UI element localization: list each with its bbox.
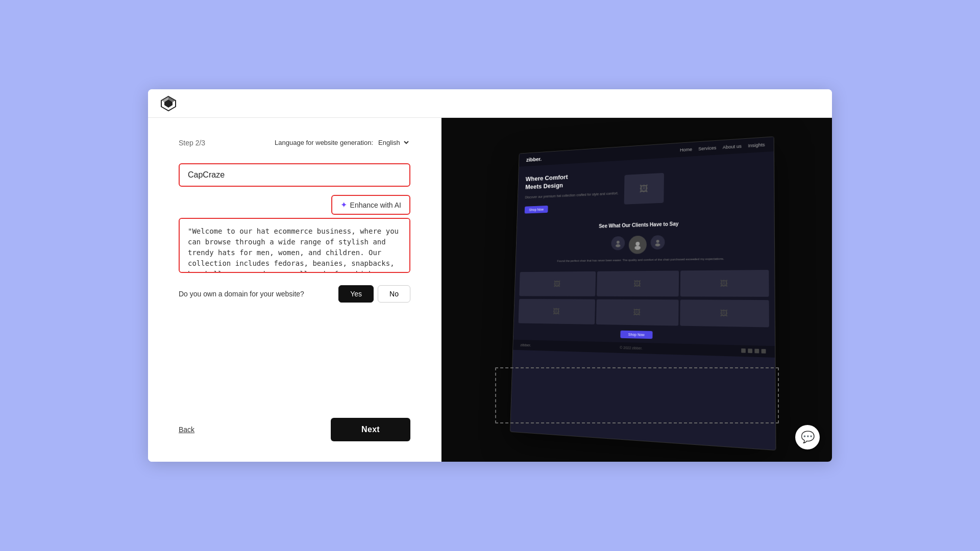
svg-point-6 [615, 244, 620, 247]
domain-buttons: Yes No [338, 285, 410, 303]
footer-social-icon-3 [754, 349, 759, 354]
back-button[interactable]: Back [179, 425, 194, 434]
description-textarea[interactable]: "Welcome to our hat ecommerce business, … [179, 218, 410, 273]
preview-hero-desc: Discover our premium hat collection craf… [525, 191, 618, 199]
preview-footer-copy: © 2022 zibber. [620, 345, 643, 349]
footer-social-icon-4 [761, 349, 766, 354]
language-label: Language for website generation: [275, 139, 373, 146]
enhance-btn-label: Enhance with AI [350, 201, 401, 209]
domain-no-button[interactable]: No [378, 285, 410, 303]
grid-image-icon-1: 🖼 [553, 280, 560, 287]
preview-testimonial-text: Found the perfect chair that has never b… [523, 256, 765, 263]
nav-link-home: Home [679, 147, 692, 153]
business-name-input[interactable] [179, 163, 410, 187]
grid-item-2: 🖼 [597, 270, 679, 296]
preview-hero-title: Where ComfortMeets Design [525, 170, 619, 191]
domain-row: Do you own a domain for your website? Ye… [179, 285, 410, 303]
grid-image-icon-2: 🖼 [633, 280, 641, 288]
website-preview: zibber. Home Services About us Insights … [509, 136, 776, 450]
grid-image-icon-4: 🖼 [553, 307, 559, 315]
preview-avatars [523, 232, 765, 255]
sparkle-icon: ✦ [340, 200, 347, 210]
preview-testimonial: Found the perfect chair that has never b… [516, 228, 774, 270]
grid-item-1: 🖼 [519, 271, 596, 296]
chat-icon: 💬 [801, 431, 815, 444]
preview-grid-row2: 🖼 🖼 🖼 [513, 297, 774, 329]
preview-hero-image: 🖼 [624, 173, 664, 205]
left-panel: Step 2/3 Language for website generation… [148, 118, 442, 462]
preview-hero-text: Where ComfortMeets Design Discover our p… [524, 170, 619, 213]
nav-link-services: Services [698, 145, 716, 152]
right-panel: zibber. Home Services About us Insights … [442, 118, 832, 462]
preview-hero-btn: Shop Now [524, 205, 548, 213]
app-logo-icon [160, 95, 177, 112]
grid-item-3: 🖼 [680, 270, 769, 297]
svg-point-10 [655, 243, 660, 246]
svg-point-9 [656, 240, 659, 243]
svg-point-5 [616, 240, 619, 243]
preview-logo: zibber. [526, 156, 542, 163]
step-row: Step 2/3 Language for website generation… [179, 138, 410, 147]
svg-point-8 [634, 245, 641, 249]
chat-bubble-button[interactable]: 💬 [795, 425, 820, 449]
grid-image-icon-5: 🖼 [633, 308, 640, 316]
domain-label: Do you own a domain for your website? [179, 290, 304, 298]
nav-link-about: About us [722, 144, 741, 150]
preview-nav-links: Home Services About us Insights [679, 142, 765, 153]
footer-social-icon-2 [748, 348, 752, 353]
nav-link-insights: Insights [748, 142, 765, 148]
preview-footer-icons [741, 348, 766, 354]
main-window: Step 2/3 Language for website generation… [148, 89, 832, 462]
preview-grid-row1: 🖼 🖼 🖼 [514, 268, 774, 298]
image-placeholder-icon: 🖼 [639, 184, 648, 194]
preview-footer-logo: zibber. [520, 342, 531, 347]
enhance-with-ai-button[interactable]: ✦ Enhance with AI [331, 195, 410, 215]
grid-item-4: 🖼 [518, 299, 595, 324]
grid-image-icon-6: 🖼 [720, 309, 727, 317]
grid-item-5: 🖼 [596, 299, 678, 325]
enhance-btn-row: ✦ Enhance with AI [179, 195, 410, 215]
content-area: Step 2/3 Language for website generation… [148, 118, 832, 462]
next-button[interactable]: Next [331, 418, 410, 441]
preview-container: zibber. Home Services About us Insights … [504, 142, 770, 438]
avatar-3 [650, 235, 665, 249]
avatar-2 [628, 235, 647, 254]
grid-item-6: 🖼 [680, 299, 769, 327]
bottom-nav: Back Next [179, 406, 410, 441]
top-bar [148, 89, 832, 118]
step-label: Step 2/3 [179, 139, 205, 147]
svg-point-7 [635, 241, 640, 245]
avatar-1 [611, 236, 625, 250]
preview-shop-btn: Shop Now [620, 330, 653, 338]
language-select[interactable]: English Spanish French [376, 138, 410, 147]
footer-social-icon-1 [741, 348, 746, 353]
domain-yes-button[interactable]: Yes [338, 285, 374, 303]
grid-image-icon-3: 🖼 [720, 279, 727, 288]
language-selector: Language for website generation: English… [275, 138, 410, 147]
